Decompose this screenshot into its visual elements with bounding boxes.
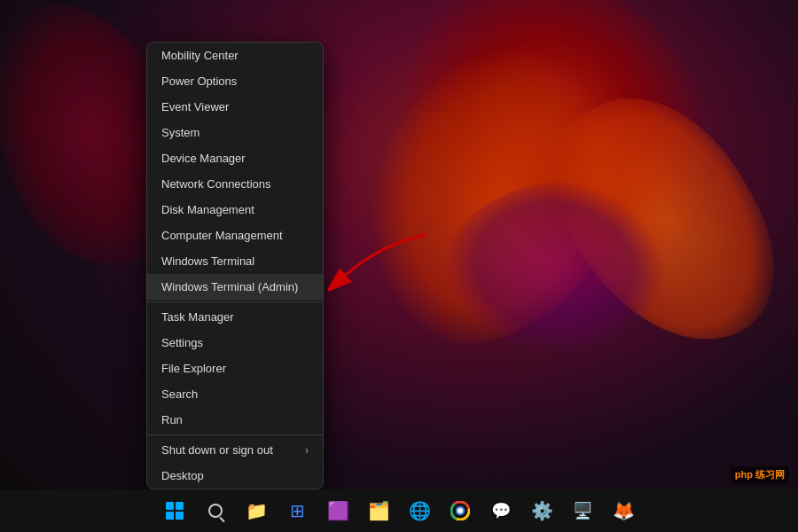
taskbar-settings-button[interactable]: ⚙️ xyxy=(522,491,561,530)
menu-item-task-manager[interactable]: Task Manager xyxy=(147,304,323,330)
menu-item-device-manager[interactable]: Device Manager xyxy=(147,145,323,171)
menu-item-disk-management[interactable]: Disk Management xyxy=(147,197,323,223)
folder-icon: 📁 xyxy=(246,500,268,521)
menu-divider-2 xyxy=(147,434,323,435)
menu-item-desktop[interactable]: Desktop xyxy=(147,463,323,489)
taskbar-slack-button[interactable]: 💬 xyxy=(481,491,520,530)
menu-item-search-label: Search xyxy=(161,387,309,401)
desktop: Mobility Center Power Options Event View… xyxy=(0,0,798,532)
menu-item-computer-management-label: Computer Management xyxy=(161,229,309,242)
start-button[interactable] xyxy=(155,491,194,530)
menu-item-windows-terminal[interactable]: Windows Terminal xyxy=(147,248,323,274)
windows-logo-icon xyxy=(166,502,184,520)
firefox-icon: 🦊 xyxy=(613,500,635,521)
context-menu: Mobility Center Power Options Event View… xyxy=(146,42,324,489)
taskbar-rdp-button[interactable]: 🖥️ xyxy=(563,491,602,530)
widgets-icon: ⊞ xyxy=(290,500,305,521)
menu-item-power-options-label: Power Options xyxy=(161,74,309,88)
menu-item-network-connections-label: Network Connections xyxy=(161,177,309,191)
menu-item-shut-down[interactable]: Shut down or sign out › xyxy=(147,437,323,463)
menu-item-disk-management-label: Disk Management xyxy=(161,203,309,216)
menu-item-mobility-center[interactable]: Mobility Center xyxy=(147,43,323,68)
menu-item-event-viewer[interactable]: Event Viewer xyxy=(147,94,323,120)
menu-item-file-explorer[interactable]: File Explorer xyxy=(147,356,323,381)
taskbar-icons: 📁 ⊞ 🟪 🗂️ 🌐 xyxy=(155,491,643,530)
menu-divider-1 xyxy=(147,301,323,302)
submenu-arrow-icon: › xyxy=(305,444,309,457)
menu-item-event-viewer-label: Event Viewer xyxy=(161,100,309,113)
menu-item-task-manager-label: Task Manager xyxy=(161,310,309,324)
menu-item-run[interactable]: Run xyxy=(147,407,323,433)
rdp-icon: 🖥️ xyxy=(573,501,592,520)
taskbar-firefox-button[interactable]: 🦊 xyxy=(604,491,643,530)
menu-item-shut-down-label: Shut down or sign out xyxy=(161,443,305,457)
taskbar-search-button[interactable] xyxy=(196,491,235,530)
menu-item-computer-management[interactable]: Computer Management xyxy=(147,223,323,248)
taskbar-folder-button[interactable]: 🗂️ xyxy=(359,491,398,530)
menu-item-windows-terminal-label: Windows Terminal xyxy=(161,254,309,268)
menu-item-windows-terminal-admin[interactable]: Windows Terminal (Admin) xyxy=(147,274,323,300)
taskbar-widgets-button[interactable]: ⊞ xyxy=(278,491,317,530)
menu-item-settings-label: Settings xyxy=(161,336,309,349)
slack-icon: 💬 xyxy=(491,501,511,520)
taskbar-chrome-button[interactable] xyxy=(441,491,480,530)
taskbar-edge-button[interactable]: 🌐 xyxy=(400,491,439,530)
taskbar: 📁 ⊞ 🟪 🗂️ 🌐 xyxy=(0,489,798,532)
svg-point-6 xyxy=(458,508,463,513)
teams-icon: 🟪 xyxy=(327,500,349,521)
edge-icon: 🌐 xyxy=(409,500,431,521)
gear-icon: ⚙️ xyxy=(531,500,553,521)
menu-item-power-options[interactable]: Power Options xyxy=(147,68,323,94)
menu-item-system[interactable]: System xyxy=(147,120,323,145)
menu-item-settings[interactable]: Settings xyxy=(147,330,323,356)
menu-item-search[interactable]: Search xyxy=(147,381,323,407)
menu-item-file-explorer-label: File Explorer xyxy=(161,362,309,375)
taskbar-teams-button[interactable]: 🟪 xyxy=(318,491,357,530)
menu-item-device-manager-label: Device Manager xyxy=(161,152,309,165)
wallpaper-swirls xyxy=(0,0,798,489)
menu-item-system-label: System xyxy=(161,126,309,139)
menu-item-mobility-center-label: Mobility Center xyxy=(161,49,309,62)
menu-item-windows-terminal-admin-label: Windows Terminal (Admin) xyxy=(161,280,309,293)
folder2-icon: 🗂️ xyxy=(368,500,390,521)
menu-item-run-label: Run xyxy=(161,413,309,426)
menu-item-network-connections[interactable]: Network Connections xyxy=(147,171,323,197)
php-watermark: php 练习网 xyxy=(731,466,789,483)
search-icon xyxy=(208,504,223,518)
menu-item-desktop-label: Desktop xyxy=(161,469,309,482)
taskbar-file-explorer-button[interactable]: 📁 xyxy=(237,491,276,530)
chrome-icon xyxy=(450,501,470,520)
